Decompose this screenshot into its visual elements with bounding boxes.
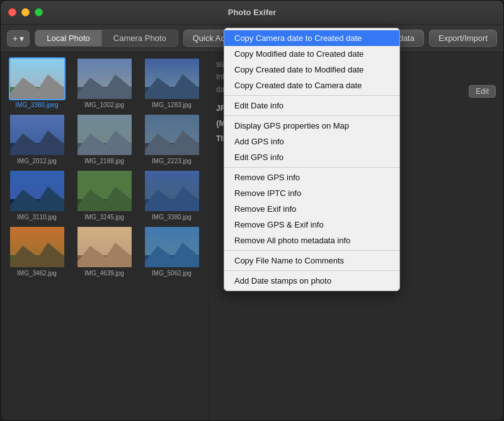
photo-label: IMG_3110.jpg (17, 214, 57, 221)
photo-label: IMG_2012.jpg (17, 158, 57, 164)
main-content: IMG_3380.jpegIMG_1002.jpgIMG_1283.jpgIMG… (1, 52, 503, 420)
photo-item[interactable]: IMG_2223.jpg (140, 113, 203, 164)
menu-item-copy-modified-date[interactable]: Copy Modified date to Created date (224, 52, 399, 62)
menu-item-display-gps[interactable]: Display GPS properties on Map (224, 118, 399, 134)
photo-item[interactable]: IMG_1283.jpg (140, 57, 203, 108)
traffic-lights (8, 8, 43, 16)
menu-item-remove-iptc[interactable]: Remove IPTC info (224, 185, 399, 201)
photo-item[interactable]: IMG_3110.jpg (6, 170, 68, 221)
edit-button[interactable]: Edit (469, 85, 496, 98)
photo-item[interactable]: IMG_1002.jpg (73, 57, 135, 108)
minimize-button[interactable] (21, 8, 30, 16)
menu-item-copy-file-name[interactable]: Copy File Name to Comments (224, 253, 399, 268)
menu-item-edit-gps[interactable]: Edit GPS info (224, 149, 399, 165)
photo-label: IMG_3380.jpg (152, 214, 192, 221)
photo-label: IMG_5062.jpg (152, 270, 192, 277)
photo-grid: IMG_3380.jpegIMG_1002.jpgIMG_1283.jpgIMG… (1, 52, 209, 420)
photo-label: IMG_3245.jpg (84, 214, 124, 221)
menu-separator (224, 95, 399, 96)
photo-item[interactable]: IMG_5062.jpg (140, 226, 203, 277)
menu-item-remove-gps-exif[interactable]: Remove GPS & Exif info (224, 217, 399, 233)
menu-separator (224, 270, 399, 271)
plus-icon: + (13, 33, 18, 43)
camera-photo-tab[interactable]: Camera Photo (102, 30, 178, 46)
photo-source-tabs: Local Photo Camera Photo (35, 30, 178, 47)
photo-item[interactable]: IMG_2188.jpg (73, 113, 135, 164)
photo-label: IMG_4639.jpg (84, 270, 124, 277)
photo-item[interactable]: IMG_3380.jpg (140, 170, 203, 221)
menu-separator (224, 167, 399, 168)
maximize-button[interactable] (35, 8, 43, 16)
photo-label: IMG_1283.jpg (152, 101, 192, 108)
photo-item[interactable]: IMG_2012.jpg (6, 113, 68, 164)
menu-item-remove-exif[interactable]: Remove Exif info (224, 201, 399, 217)
photo-item[interactable]: IMG_4639.jpg (73, 226, 135, 277)
photo-label: IMG_3462.jpg (17, 270, 57, 277)
photo-item[interactable]: IMG_3380.jpeg (6, 57, 68, 108)
add-button[interactable]: + ▾ (7, 30, 30, 47)
add-dropdown-icon: ▾ (20, 33, 24, 43)
export-import-button[interactable]: Export/Import (429, 30, 497, 47)
menu-separator (224, 250, 399, 251)
menu-item-remove-all[interactable]: Remove All photo metadata info (224, 233, 399, 248)
photo-label: IMG_2223.jpg (152, 158, 192, 164)
menu-item-copy-created-modified[interactable]: Copy Created date to Modified date (224, 62, 399, 78)
menu-item-edit-date-info[interactable]: Edit Date info (224, 98, 399, 113)
menu-item-remove-gps[interactable]: Remove GPS info (224, 170, 399, 185)
menu-item-add-date-stamps[interactable]: Add Date stamps on photo (224, 273, 399, 289)
photo-item[interactable]: IMG_3245.jpg (73, 170, 135, 221)
menu-item-copy-created-camera[interactable]: Copy Created date to Camera date (224, 78, 399, 93)
photo-label: IMG_2188.jpg (84, 158, 124, 164)
close-button[interactable] (8, 8, 16, 16)
app-window: Photo Exifer + ▾ Local Photo Camera Phot… (0, 0, 504, 421)
menu-separator (224, 115, 399, 116)
photo-label: IMG_3380.jpeg (15, 101, 58, 108)
local-photo-tab[interactable]: Local Photo (35, 30, 102, 46)
photo-label: IMG_1002.jpg (84, 101, 124, 108)
quick-action-dropdown: Copy Camera date to Created dateCopy Mod… (224, 52, 400, 291)
window-title: Photo Exifer (228, 8, 277, 17)
menu-item-add-gps[interactable]: Add GPS info (224, 134, 399, 149)
photo-item[interactable]: IMG_3462.jpg (6, 226, 68, 277)
titlebar: Photo Exifer (1, 1, 503, 25)
